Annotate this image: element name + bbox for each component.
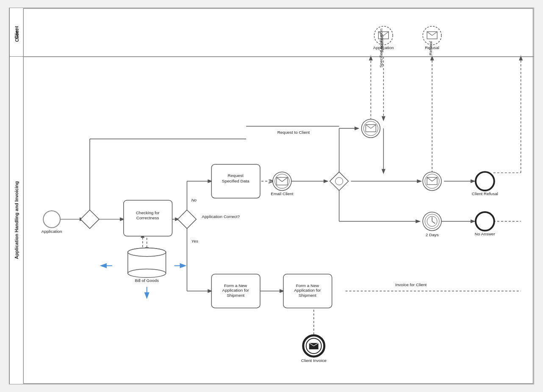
svg-text:Request to Client: Request to Client	[277, 130, 310, 135]
svg-text:2 Days: 2 Days	[426, 232, 439, 237]
svg-point-39	[128, 248, 166, 257]
svg-rect-81	[309, 343, 319, 349]
svg-rect-40	[128, 252, 166, 273]
svg-point-51	[335, 177, 343, 185]
svg-point-66	[425, 174, 439, 188]
svg-rect-78	[283, 274, 332, 308]
svg-text:Application for: Application for	[222, 288, 249, 293]
svg-rect-35	[23, 57, 533, 384]
svg-point-42	[128, 248, 166, 257]
svg-line-55	[366, 124, 371, 128]
svg-text:Shipment: Shipment	[299, 293, 316, 298]
svg-text:Checking for: Checking for	[136, 210, 160, 215]
svg-point-71	[423, 212, 441, 231]
svg-text:Client Refusal: Client Refusal	[472, 191, 498, 196]
svg-text:No Answer: No Answer	[475, 232, 496, 236]
svg-point-52	[362, 119, 380, 138]
svg-rect-54	[366, 124, 376, 132]
svg-point-53	[364, 121, 378, 135]
svg-text:Form a New: Form a New	[224, 283, 247, 288]
svg-text:No: No	[191, 198, 197, 202]
svg-marker-50	[330, 172, 349, 190]
svg-text:Email Client: Email Client	[271, 191, 293, 196]
svg-point-45	[273, 172, 291, 190]
svg-rect-38	[124, 200, 172, 236]
svg-line-82	[309, 343, 314, 346]
svg-point-76	[476, 212, 494, 231]
svg-text:Bill of Goods: Bill of Goods	[135, 278, 159, 283]
svg-rect-47	[277, 177, 288, 185]
svg-point-36	[43, 211, 60, 228]
svg-marker-43	[177, 210, 196, 229]
svg-rect-44	[211, 164, 260, 198]
svg-line-83	[314, 343, 319, 346]
svg-line-69	[432, 177, 437, 181]
diagram-container: Client Application Handling and Invoicin…	[9, 8, 534, 384]
svg-text:Application Correct?: Application Correct?	[202, 214, 240, 219]
diagram-svg: Client Application Checking for Correctn…	[9, 8, 534, 384]
svg-rect-67	[427, 177, 437, 185]
svg-text:Request: Request	[228, 173, 244, 178]
svg-line-75	[432, 221, 435, 224]
svg-text:Client Invoice: Client Invoice	[301, 358, 327, 363]
svg-line-49	[282, 177, 288, 182]
svg-line-68	[427, 177, 432, 181]
lane-client: Client	[9, 8, 534, 57]
svg-point-70	[476, 172, 494, 190]
svg-point-79	[303, 335, 324, 356]
svg-text:Form a New: Form a New	[296, 283, 319, 288]
svg-text:Correctness: Correctness	[136, 215, 159, 220]
svg-text:Specified Data: Specified Data	[222, 179, 249, 183]
svg-point-73	[427, 216, 437, 226]
svg-line-56	[371, 124, 376, 128]
svg-point-80	[306, 338, 321, 353]
lane-client-label: Client	[9, 8, 23, 57]
svg-point-41	[128, 269, 166, 278]
svg-text:Invoice for Client: Invoice for Client	[395, 282, 427, 287]
svg-rect-77	[211, 274, 260, 308]
svg-point-65	[423, 172, 441, 190]
svg-text:Application: Application	[42, 229, 62, 234]
lane-app-label: Application Handling and Invoicing	[9, 57, 23, 384]
svg-text:Shipment: Shipment	[227, 293, 244, 298]
svg-marker-37	[80, 210, 99, 229]
svg-point-46	[275, 174, 289, 188]
svg-text:Yes: Yes	[191, 239, 198, 243]
svg-line-48	[277, 177, 282, 182]
svg-text:Application for: Application for	[294, 288, 321, 293]
svg-point-72	[425, 214, 439, 229]
